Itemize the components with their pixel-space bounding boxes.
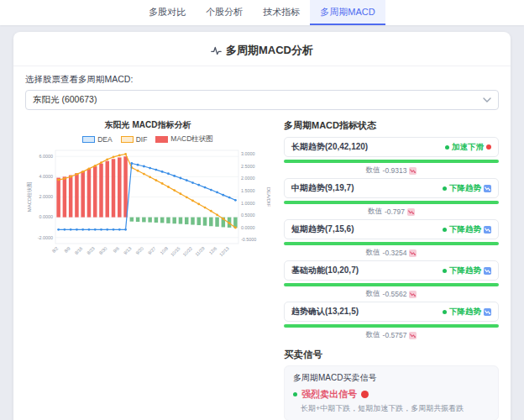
chart-down-pink-icon xyxy=(407,208,415,216)
indicator-row-2: 中期趋势(9,19,7)下降趋势数值-0.797 xyxy=(284,178,499,217)
indicator-progress-bar xyxy=(284,242,499,245)
signal-box-title: 多周期MACD买卖信号 xyxy=(293,372,490,384)
signals-title: 买卖信号 xyxy=(284,349,499,361)
chart-down-blue-icon xyxy=(484,185,491,192)
svg-text:6.0000: 6.0000 xyxy=(39,154,54,159)
indicator-label: 短期趋势(7,15,6) xyxy=(291,223,354,235)
indicator-progress-bar xyxy=(284,324,499,328)
main-card: 多周期MACD分析 选择股票查看多周期MACD: 东阳光 (600673) 东阳… xyxy=(13,32,511,420)
indicator-value: 数值-0.5562 xyxy=(284,289,499,299)
red-circle-icon xyxy=(361,391,369,398)
svg-text:12/6: 12/6 xyxy=(208,245,218,255)
indicator-row-5: 趋势确认(13,21,5)下降趋势数值-0.5757 xyxy=(284,302,499,340)
svg-text:-0.5000: -0.5000 xyxy=(241,237,256,242)
green-dot-icon xyxy=(443,310,447,314)
chart-down-blue-icon xyxy=(484,267,491,275)
svg-text:3.0000: 3.0000 xyxy=(241,151,255,156)
indicator-card: 基础动能(10,20,7)下降趋势 xyxy=(284,260,499,281)
svg-text:0.0000: 0.0000 xyxy=(241,225,255,230)
svg-text:-2.0000: -2.0000 xyxy=(38,235,53,240)
svg-text:12/13: 12/13 xyxy=(218,245,230,257)
indicator-label: 基础动能(10,20,7) xyxy=(291,265,359,276)
indicator-value: 数值-0.9313 xyxy=(284,165,499,176)
svg-text:2.0000: 2.0000 xyxy=(39,194,54,199)
green-dot-icon xyxy=(443,269,447,273)
indicator-card: 中期趋势(9,19,7)下降趋势 xyxy=(284,178,499,198)
indicator-card: 长期趋势(20,42,120)加速下滑 xyxy=(284,137,499,157)
svg-text:10/15: 10/15 xyxy=(170,245,181,257)
svg-text:10/8: 10/8 xyxy=(159,245,169,255)
svg-text:8/16: 8/16 xyxy=(74,245,84,255)
macd-chart-svg: 6.00004.00002.00000.0000-2.00003.00002.5… xyxy=(25,145,270,284)
stock-selector-label: 选择股票查看多周期MACD: xyxy=(25,74,499,86)
indicator-row-1: 长期趋势(20,42,120)加速下滑数值-0.9313 xyxy=(284,137,499,176)
indicator-progress-bar xyxy=(284,283,499,286)
green-bullet-icon xyxy=(293,392,297,396)
chart-down-pink-icon xyxy=(409,249,417,257)
chevron-down-icon xyxy=(483,97,491,102)
page-title-row: 多周期MACD分析 xyxy=(13,37,511,66)
chart-legend: DEADIFMACD柱状图 xyxy=(25,134,270,144)
indicator-badge: 下降趋势 xyxy=(443,265,491,276)
legend-item: MACD柱状图 xyxy=(155,134,213,144)
page-title: 多周期MACD分析 xyxy=(226,43,313,58)
green-dot-icon xyxy=(443,228,447,232)
macd-chart-panel: 东阳光 MACD指标分析 DEADIFMACD柱状图 6.00004.00002… xyxy=(25,119,270,420)
svg-text:2.0000: 2.0000 xyxy=(241,176,255,181)
tab-1[interactable]: 多股对比 xyxy=(139,0,196,25)
svg-text:1.0000: 1.0000 xyxy=(241,201,255,206)
legend-item: DIF xyxy=(121,135,148,144)
tab-3[interactable]: 技术指标 xyxy=(253,0,310,25)
indicator-label: 趋势确认(13,21,5) xyxy=(291,306,359,318)
signal-value: 强烈卖出信号 xyxy=(301,388,357,401)
indicator-badge: 下降趋势 xyxy=(443,307,491,318)
status-panel: 多周期MACD指标状态 长期趋势(20,42,120)加速下滑数值-0.9313… xyxy=(284,119,499,420)
indicator-label: 长期趋势(20,42,120) xyxy=(291,141,368,153)
svg-text:9/13: 9/13 xyxy=(123,245,133,255)
chart-title: 东阳光 MACD指标分析 xyxy=(25,119,270,131)
red-dot-icon xyxy=(486,144,491,150)
tab-4[interactable]: 多周期MACD xyxy=(310,0,385,25)
chart-down-blue-icon xyxy=(484,308,491,316)
indicator-label: 中期趋势(9,19,7) xyxy=(291,182,354,194)
chart-down-pink-icon xyxy=(409,291,417,298)
chart-down-pink-icon xyxy=(409,167,417,175)
svg-text:11/29: 11/29 xyxy=(194,245,206,257)
indicator-badge: 加速下滑 xyxy=(445,142,491,153)
stock-select-value: 东阳光 (600673) xyxy=(33,94,97,106)
chart-down-pink-icon xyxy=(409,332,417,339)
signal-box: 多周期MACD买卖信号 强烈卖出信号 长期+中期下跌，短期加速下跌，多周期共振看… xyxy=(284,365,499,420)
indicator-card: 趋势确认(13,21,5)下降趋势 xyxy=(284,302,499,322)
signal-description: 长期+中期下跌，短期加速下跌，多周期共振看跌 xyxy=(293,403,490,414)
chart-down-blue-icon xyxy=(484,226,491,234)
top-tab-bar: 多股对比个股分析技术指标多周期MACD xyxy=(0,0,524,25)
svg-text:9/27: 9/27 xyxy=(147,245,157,255)
indicator-row-4: 基础动能(10,20,7)下降趋势数值-0.5562 xyxy=(284,260,499,299)
svg-text:8/30: 8/30 xyxy=(98,245,108,255)
svg-text:8/2: 8/2 xyxy=(51,245,60,254)
indicator-badge: 下降趋势 xyxy=(443,224,491,235)
indicator-progress-bar xyxy=(284,160,499,163)
green-dot-icon xyxy=(443,186,447,191)
status-panel-title: 多周期MACD指标状态 xyxy=(284,119,499,132)
indicator-value: 数值-0.5757 xyxy=(284,330,499,340)
indicator-progress-bar xyxy=(284,201,499,204)
indicator-row-3: 短期趋势(7,15,6)下降趋势数值-0.3254 xyxy=(284,219,499,258)
content-columns: 东阳光 MACD指标分析 DEADIFMACD柱状图 6.00004.00002… xyxy=(25,119,499,420)
svg-text:0.5000: 0.5000 xyxy=(241,213,255,218)
activity-icon xyxy=(211,45,222,56)
svg-text:1.5000: 1.5000 xyxy=(241,188,255,193)
svg-text:8/9: 8/9 xyxy=(63,245,71,254)
green-dot-icon xyxy=(445,145,449,150)
tab-2[interactable]: 个股分析 xyxy=(196,0,253,25)
svg-text:10/22: 10/22 xyxy=(181,245,193,257)
indicator-badge: 下降趋势 xyxy=(443,183,491,194)
stock-select[interactable]: 东阳光 (600673) xyxy=(25,90,499,110)
indicator-card: 短期趋势(7,15,6)下降趋势 xyxy=(284,219,499,239)
svg-text:DEA/DIF: DEA/DIF xyxy=(266,187,270,207)
svg-text:9/20: 9/20 xyxy=(134,245,144,255)
svg-text:4.0000: 4.0000 xyxy=(39,174,54,179)
svg-text:2.5000: 2.5000 xyxy=(241,164,255,169)
indicator-value: 数值-0.797 xyxy=(284,207,499,217)
svg-text:9/6: 9/6 xyxy=(112,245,120,254)
